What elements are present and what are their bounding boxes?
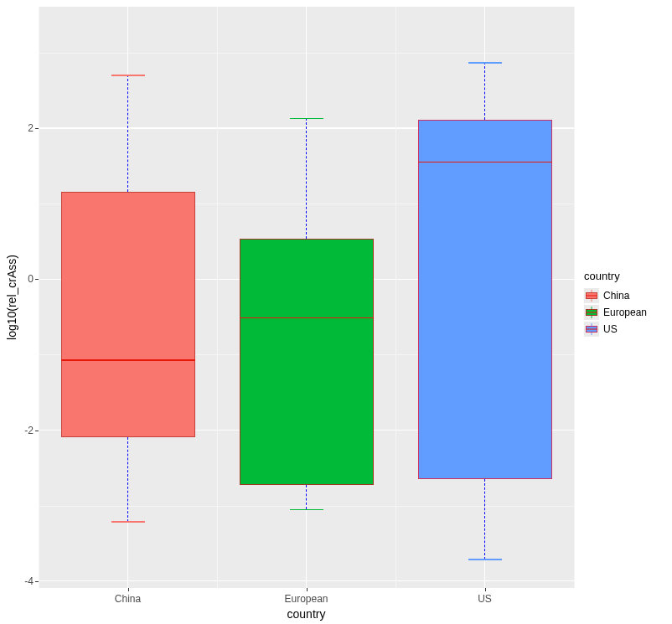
gridline-minor: [574, 7, 575, 588]
legend-key-icon: [584, 305, 599, 320]
whisker-cap-european: [290, 118, 323, 120]
legend-key-icon: [584, 322, 599, 337]
y-tick-label: -4: [24, 575, 34, 587]
whisker-cap-china: [111, 521, 145, 523]
whisker-upper-european: [306, 118, 307, 239]
whisker-cap-us: [468, 62, 502, 64]
whisker-cap-china: [111, 75, 145, 76]
tick-mark: [35, 581, 39, 582]
legend: country China European US: [584, 270, 647, 338]
tick-mark: [35, 279, 39, 280]
gridline-minor: [217, 7, 218, 588]
gridline-minor: [39, 7, 39, 588]
x-axis-title: country: [287, 607, 326, 621]
legend-label: China: [603, 290, 629, 302]
legend-label: European: [603, 307, 647, 318]
x-tick-label: US: [478, 593, 492, 605]
tick-mark: [35, 431, 39, 431]
box-china: [61, 192, 195, 437]
y-tick-label: 2: [28, 122, 34, 134]
box-european: [240, 239, 374, 485]
y-tick-label: 0: [28, 273, 34, 285]
whisker-upper-china: [127, 75, 128, 192]
whisker-cap-european: [290, 509, 323, 511]
legend-item-china: China: [584, 287, 647, 304]
x-tick-label: China: [115, 593, 141, 605]
legend-key-icon: [584, 288, 599, 303]
median-european: [240, 317, 374, 318]
whisker-upper-us: [484, 62, 485, 120]
box-us: [418, 120, 552, 479]
y-tick-label: -2: [24, 425, 34, 436]
whisker-lower-us: [484, 479, 485, 560]
legend-item-us: US: [584, 321, 647, 338]
legend-title: country: [584, 270, 647, 282]
gridline-minor: [395, 7, 396, 588]
median-us: [418, 162, 552, 162]
whisker-lower-china: [127, 437, 128, 522]
tick-mark: [307, 588, 308, 591]
whisker-cap-us: [468, 559, 502, 560]
legend-label: US: [603, 323, 618, 335]
x-tick-label: European: [284, 593, 328, 605]
tick-mark: [35, 128, 39, 129]
tick-mark: [485, 588, 486, 591]
whisker-lower-european: [306, 485, 307, 510]
y-axis-title: log10(rel_crAss): [5, 255, 18, 340]
legend-item-european: European: [584, 304, 647, 321]
tick-mark: [128, 588, 129, 591]
chart-figure: -4 -2 0 2 China European US country log1…: [0, 0, 672, 624]
median-china: [61, 359, 195, 360]
